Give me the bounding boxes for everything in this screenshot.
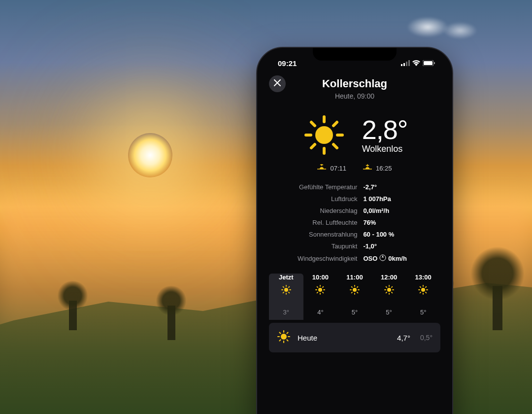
- sunrise-icon: [317, 164, 326, 172]
- hour-13[interactable]: 13:00 5°: [406, 274, 440, 320]
- header: Kollerschlag Heute, 09:00: [269, 75, 440, 100]
- hour-time: Jetzt: [269, 274, 303, 281]
- hour-time: 11:00: [337, 274, 372, 281]
- current-condition: Wolkenlos: [362, 144, 408, 154]
- hour-temp: 3°: [269, 309, 303, 316]
- sun-icon: [269, 285, 303, 297]
- detail-feels-like: Gefühlte Temperatur -2,7°: [269, 183, 440, 191]
- svg-line-66: [420, 292, 421, 293]
- svg-line-74: [287, 340, 288, 341]
- day-label: Heute: [298, 334, 390, 342]
- svg-line-38: [323, 292, 323, 293]
- phone-notch: [313, 48, 397, 61]
- svg-line-65: [426, 292, 426, 293]
- hourly-forecast[interactable]: Jetzt 3° 10:00 4° 11:00 5° 12:00 5° 13:0…: [269, 274, 440, 320]
- datetime-subtitle: Heute, 09:00: [322, 92, 387, 100]
- detail-dewpoint: Taupunkt -1,0°: [269, 242, 440, 250]
- sun-icon: [303, 285, 338, 297]
- status-icons: [401, 60, 435, 66]
- tree: [69, 301, 77, 330]
- svg-line-49: [357, 287, 358, 287]
- current-weather-hero: 2,8° Wolkenlos: [269, 113, 440, 157]
- svg-line-73: [280, 333, 281, 334]
- svg-line-29: [289, 292, 289, 293]
- detail-humidity: Rel. Luftfeuchte 76%: [269, 219, 440, 226]
- tree: [167, 306, 175, 340]
- sunset-icon: [363, 164, 372, 172]
- wind-direction: OSO: [363, 255, 377, 262]
- svg-rect-5: [424, 61, 432, 65]
- title-block: Kollerschlag Heute, 09:00: [322, 77, 387, 100]
- detail-value: OSO 0km/h: [363, 254, 440, 263]
- sun-icon: [277, 330, 291, 345]
- svg-line-76: [287, 333, 288, 334]
- svg-rect-2: [406, 62, 407, 66]
- day-low: 0,5°: [420, 334, 432, 342]
- svg-point-59: [421, 288, 425, 292]
- hour-time: 13:00: [406, 274, 440, 281]
- detail-label: Niederschlag: [269, 207, 363, 214]
- battery-icon: [423, 60, 435, 66]
- sunrise: 07:11: [317, 164, 346, 172]
- svg-line-64: [420, 287, 421, 287]
- detail-value: 0,0l/m²/h: [363, 207, 440, 214]
- sunrise-time: 07:11: [330, 165, 346, 172]
- detail-label: Windgeschwindigkeit: [269, 255, 363, 262]
- svg-line-57: [386, 292, 386, 293]
- svg-line-12: [311, 122, 315, 126]
- detail-label: Rel. Luftfeuchte: [269, 219, 363, 226]
- hero-text: 2,8° Wolkenlos: [362, 116, 408, 154]
- svg-line-40: [323, 287, 323, 287]
- svg-point-32: [318, 288, 322, 292]
- phone-screen: 09:21 Kollerschlag Heu: [257, 48, 452, 414]
- clouds: [384, 10, 493, 44]
- svg-line-48: [352, 292, 352, 293]
- detail-label: Sonnenstrahlung: [269, 231, 363, 238]
- svg-line-47: [357, 292, 358, 293]
- sun-times: 07:11 16:25: [269, 164, 440, 172]
- close-button[interactable]: [269, 75, 286, 92]
- svg-line-67: [426, 287, 426, 287]
- detail-value: 76%: [363, 219, 440, 226]
- svg-line-30: [283, 292, 283, 293]
- status-time: 09:21: [278, 59, 297, 68]
- svg-line-37: [317, 287, 318, 287]
- svg-point-68: [281, 334, 287, 340]
- svg-line-13: [333, 144, 337, 148]
- daily-forecast-today[interactable]: Heute 4,7° 0,5°: [269, 323, 440, 352]
- current-temperature: 2,8°: [362, 116, 408, 143]
- detail-label: Luftdruck: [269, 195, 363, 203]
- detail-value: 60 - 100 %: [363, 231, 440, 238]
- hour-temp: 5°: [337, 309, 372, 316]
- cellular-signal-icon: [401, 60, 410, 66]
- sun-icon: [302, 113, 346, 157]
- detail-value: 1 007hPa: [363, 195, 440, 203]
- detail-value: -2,7°: [363, 183, 440, 191]
- wind-speed: 0km/h: [388, 255, 407, 262]
- hour-12[interactable]: 12:00 5°: [372, 274, 406, 320]
- hour-11[interactable]: 11:00 5°: [337, 274, 372, 320]
- hour-time: 12:00: [372, 274, 406, 281]
- compass-icon: [379, 254, 386, 263]
- svg-line-31: [289, 287, 289, 287]
- svg-line-28: [283, 287, 283, 287]
- sun-icon: [406, 285, 440, 297]
- svg-line-39: [317, 292, 318, 293]
- svg-line-46: [352, 287, 352, 287]
- sunset: 16:25: [363, 164, 392, 172]
- tree: [493, 286, 502, 330]
- hour-temp: 4°: [303, 309, 338, 316]
- svg-rect-6: [434, 62, 435, 64]
- svg-point-41: [353, 288, 357, 292]
- hour-temp: 5°: [406, 309, 440, 316]
- svg-point-7: [315, 126, 333, 144]
- svg-line-55: [386, 287, 386, 287]
- detail-pressure: Luftdruck 1 007hPa: [269, 195, 440, 203]
- landscape-sun: [128, 133, 172, 177]
- detail-wind: Windgeschwindigkeit OSO 0km/h: [269, 254, 440, 263]
- hour-now[interactable]: Jetzt 3°: [269, 274, 303, 320]
- svg-line-75: [280, 340, 281, 341]
- detail-label: Taupunkt: [269, 242, 363, 250]
- svg-line-56: [392, 292, 392, 293]
- hour-10[interactable]: 10:00 4°: [303, 274, 338, 320]
